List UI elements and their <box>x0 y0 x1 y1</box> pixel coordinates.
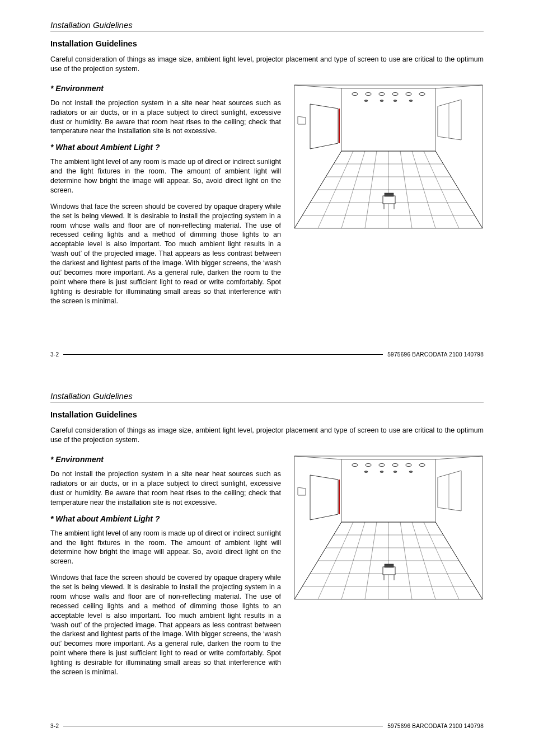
svg-point-21 <box>352 92 358 95</box>
content-columns: * Environment Do not install the project… <box>50 84 484 313</box>
svg-point-28 <box>380 100 383 101</box>
svg-point-66 <box>419 464 425 467</box>
svg-marker-35 <box>298 116 306 124</box>
section-title: Installation Guidelines <box>50 410 484 419</box>
svg-point-64 <box>392 464 398 467</box>
section-title: Installation Guidelines <box>50 39 484 48</box>
environment-body: Do not install the projection system in … <box>50 98 281 137</box>
ambient-p2: Windows that face the screen should be c… <box>50 573 281 677</box>
svg-rect-36 <box>383 196 395 204</box>
room-perspective-diagram <box>293 455 484 600</box>
svg-marker-71 <box>438 471 461 511</box>
svg-rect-77 <box>385 564 394 567</box>
environment-heading: * Environment <box>50 455 281 464</box>
document-id: 5975696 BARCODATA 2100 140798 <box>387 351 484 358</box>
svg-marker-75 <box>298 487 306 495</box>
right-column <box>293 84 484 229</box>
svg-point-63 <box>379 464 385 467</box>
svg-marker-73 <box>310 475 338 520</box>
svg-point-25 <box>406 92 411 95</box>
ambient-p2: Windows that face the screen should be c… <box>50 202 281 306</box>
svg-line-17 <box>435 85 483 88</box>
page-number: 3-2 <box>50 351 59 358</box>
svg-point-30 <box>409 100 413 101</box>
page-lower: Installation Guidelines Installation Gui… <box>0 371 534 742</box>
page-footer: 3-2 5975696 BARCODATA 2100 140798 <box>50 351 484 358</box>
svg-point-69 <box>394 471 397 473</box>
svg-rect-76 <box>383 567 395 575</box>
svg-line-57 <box>435 456 483 459</box>
svg-point-62 <box>366 464 371 467</box>
svg-marker-33 <box>310 104 338 149</box>
svg-line-56 <box>294 456 341 459</box>
svg-point-29 <box>394 100 397 101</box>
intro-paragraph: Careful consideration of things as image… <box>50 426 484 445</box>
svg-point-65 <box>406 464 411 467</box>
footer-rule <box>63 354 383 355</box>
svg-rect-37 <box>385 193 394 196</box>
left-column: * Environment Do not install the project… <box>50 84 281 313</box>
svg-line-16 <box>294 85 341 88</box>
content-columns: * Environment Do not install the project… <box>50 455 484 684</box>
left-column: * Environment Do not install the project… <box>50 455 281 684</box>
page-number: 3-2 <box>50 723 59 729</box>
svg-point-23 <box>379 92 385 95</box>
ambient-heading: * What about Ambient Light ? <box>50 143 281 152</box>
svg-rect-55 <box>341 459 435 522</box>
right-column <box>293 455 484 600</box>
page-footer: 3-2 5975696 BARCODATA 2100 140798 <box>50 723 484 729</box>
svg-point-27 <box>364 100 368 101</box>
svg-point-70 <box>409 471 413 473</box>
svg-point-22 <box>366 92 371 95</box>
svg-point-61 <box>352 464 358 467</box>
room-perspective-diagram <box>293 84 484 229</box>
footer-rule <box>63 726 383 726</box>
running-head: Installation Guidelines <box>50 20 484 31</box>
svg-marker-31 <box>438 100 461 140</box>
environment-body: Do not install the projection system in … <box>50 469 281 508</box>
svg-rect-15 <box>341 88 435 151</box>
document-id: 5975696 BARCODATA 2100 140798 <box>387 723 484 729</box>
svg-point-24 <box>392 92 398 95</box>
svg-point-68 <box>380 471 383 473</box>
svg-point-26 <box>419 92 425 95</box>
environment-heading: * Environment <box>50 84 281 93</box>
svg-point-67 <box>364 471 368 473</box>
page-upper: Installation Guidelines Installation Gui… <box>0 0 534 371</box>
ambient-heading: * What about Ambient Light ? <box>50 514 281 523</box>
running-head: Installation Guidelines <box>50 391 484 402</box>
intro-paragraph: Careful consideration of things as image… <box>50 55 484 74</box>
ambient-p1: The ambient light level of any room is m… <box>50 529 281 567</box>
ambient-p1: The ambient light level of any room is m… <box>50 157 281 195</box>
